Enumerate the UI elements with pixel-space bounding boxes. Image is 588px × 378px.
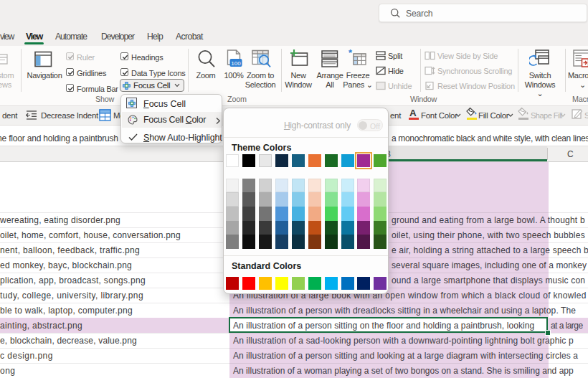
svg-text:100: 100 <box>231 60 241 67</box>
svg-text:*: * <box>348 49 353 58</box>
